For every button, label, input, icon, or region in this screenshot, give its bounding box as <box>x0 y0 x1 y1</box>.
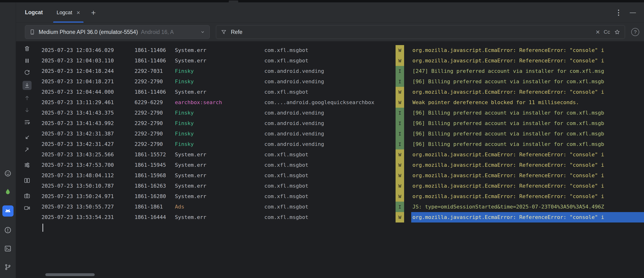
log-timestamp: 2025-07-23 13:41:43.375 <box>42 108 134 118</box>
logcat-window: Logcat Logcat × + ⋮ — Medium Phone API 3… <box>0 0 644 278</box>
log-row[interactable]: 2025-07-23 13:11:29.461 6229-6229 earchb… <box>38 97 644 108</box>
tab-logcat[interactable]: Logcat × <box>52 2 84 22</box>
log-pid-tid: 1861-16444 <box>134 212 175 222</box>
favorite-star-icon[interactable] <box>614 29 620 35</box>
log-timestamp: 2025-07-23 13:50:10.787 <box>42 181 134 191</box>
log-message: org.mozilla.javascript.EcmaError: Refere… <box>411 150 644 160</box>
import-icon[interactable] <box>22 134 32 142</box>
logcat-toolbar: Medium Phone API 36.0 (emulator-5554) An… <box>16 23 644 41</box>
log-timestamp: 2025-07-23 12:03:46.029 <box>42 45 134 56</box>
horizontal-scrollbar[interactable] <box>45 273 95 276</box>
log-row[interactable]: 2025-07-23 13:41:43.992 2292-2790 Finsky… <box>38 118 644 128</box>
log-pid-tid: 6229-6229 <box>134 97 175 108</box>
log-row[interactable]: 2025-07-23 12:04:44.000 1861-11406 Syste… <box>38 87 644 97</box>
log-row[interactable]: 2025-07-23 13:41:43.375 2292-2790 Finsky… <box>38 108 644 118</box>
log-row[interactable]: 2025-07-23 13:47:53.700 1861-15945 Syste… <box>38 160 644 170</box>
match-case-toggle[interactable]: Cc <box>604 29 610 35</box>
screenshot-icon[interactable] <box>22 192 32 200</box>
clear-filter-icon[interactable]: × <box>596 28 600 36</box>
log-timestamp: 2025-07-23 12:04:18.271 <box>42 76 134 87</box>
log-timestamp: 2025-07-23 12:04:18.244 <box>42 66 134 76</box>
logcat-android-icon[interactable] <box>2 206 14 216</box>
pause-logcat-icon[interactable] <box>22 57 32 65</box>
log-tag: Finsky <box>175 118 264 128</box>
log-row[interactable]: 2025-07-23 12:04:18.271 2292-2790 Finsky… <box>38 76 644 87</box>
logcat-tab-bar: Logcat Logcat × + ⋮ — <box>16 2 644 23</box>
firebase-droplet-icon[interactable] <box>3 187 13 197</box>
log-level-badge: I <box>396 128 404 139</box>
log-tag: System.err <box>175 181 264 191</box>
log-timestamp: 2025-07-23 13:42:31.387 <box>42 128 134 139</box>
terminal-icon[interactable] <box>3 244 13 254</box>
split-panel-icon[interactable] <box>22 176 32 184</box>
help-icon[interactable]: ? <box>631 28 639 36</box>
git-branch-icon[interactable] <box>3 262 13 272</box>
log-tag: System.err <box>175 160 264 170</box>
log-row[interactable]: 2025-07-23 13:42:31.387 2292-2790 Finsky… <box>38 128 644 139</box>
log-level-badge: W <box>396 170 404 181</box>
log-timestamp: 2025-07-23 12:04:03.110 <box>42 56 134 66</box>
log-tag: Finsky <box>175 76 264 87</box>
face-icon[interactable] <box>3 168 13 178</box>
log-message: [96] Billing preferred account via insta… <box>411 139 644 150</box>
log-row[interactable]: 2025-07-23 13:53:54.231 1861-16444 Syste… <box>38 212 644 222</box>
scroll-to-end-icon[interactable] <box>22 81 32 90</box>
log-message: org.mozilla.javascript.EcmaError: Refere… <box>411 87 644 97</box>
log-timestamp: 2025-07-23 13:41:43.992 <box>42 118 134 128</box>
screen-record-icon[interactable] <box>22 204 32 212</box>
log-row[interactable]: 2025-07-23 12:04:03.110 1861-11406 Syste… <box>38 56 644 66</box>
log-package: com.xfl.msgbot <box>264 56 396 66</box>
log-package: com....android.googlequicksearchbox <box>264 97 396 108</box>
log-level-badge: W <box>396 87 404 97</box>
soft-wrap-icon[interactable] <box>22 118 32 126</box>
log-pid-tid: 2292-2790 <box>134 118 175 128</box>
clear-logcat-icon[interactable] <box>22 44 32 53</box>
more-options-icon[interactable]: ⋮ <box>610 8 627 16</box>
log-row[interactable]: 2025-07-23 13:48:04.112 1861-15968 Syste… <box>38 170 644 181</box>
log-level-badge: W <box>396 97 404 108</box>
log-timestamp: 2025-07-23 13:47:53.700 <box>42 160 134 170</box>
log-timestamp: 2025-07-23 12:04:44.000 <box>42 87 134 97</box>
log-row[interactable]: 2025-07-23 13:50:55.727 1861-1861 Ads co… <box>38 202 644 212</box>
log-package: com.xfl.msgbot <box>264 191 396 202</box>
log-tag: System.err <box>175 212 264 222</box>
log-area[interactable]: 2025-07-23 12:03:46.029 1861-11406 Syste… <box>38 41 644 278</box>
log-list: 2025-07-23 12:03:46.029 1861-11406 Syste… <box>38 45 644 222</box>
log-row[interactable]: 2025-07-23 12:04:18.244 2292-7031 Finsky… <box>38 66 644 76</box>
log-row[interactable]: 2025-07-23 13:50:24.971 1861-16280 Syste… <box>38 191 644 202</box>
log-tag: System.err <box>175 170 264 181</box>
log-package: com.xfl.msgbot <box>264 150 396 160</box>
restart-logcat-icon[interactable] <box>22 69 32 77</box>
log-package: com.android.vending <box>264 108 396 118</box>
log-row[interactable]: 2025-07-23 13:43:25.566 1861-15572 Syste… <box>38 150 644 160</box>
log-timestamp: 2025-07-23 13:11:29.461 <box>42 97 134 108</box>
log-package: com.android.vending <box>264 139 396 150</box>
log-pid-tid: 2292-2790 <box>134 76 175 87</box>
log-tag: Finsky <box>175 108 264 118</box>
previous-occurrence-icon[interactable] <box>22 94 32 102</box>
log-tag: Ads <box>175 202 264 212</box>
logcat-settings-icon[interactable] <box>22 161 32 169</box>
log-tag: earchbox:search <box>175 97 264 108</box>
device-detail: Android 16, A <box>141 29 196 35</box>
log-row[interactable]: 2025-07-23 12:03:46.029 1861-11406 Syste… <box>38 45 644 56</box>
log-pid-tid: 1861-15945 <box>134 160 175 170</box>
log-row[interactable]: 2025-07-23 13:42:31.427 2292-2790 Finsky… <box>38 139 644 150</box>
device-selector[interactable]: Medium Phone API 36.0 (emulator-5554) An… <box>25 25 210 39</box>
close-icon[interactable]: × <box>76 10 80 16</box>
log-message: [247] Billing preferred account via inst… <box>411 66 644 76</box>
next-occurrence-icon[interactable] <box>22 106 32 114</box>
tool-window-stripe <box>0 2 16 278</box>
export-icon[interactable] <box>22 146 32 154</box>
log-tag: Finsky <box>175 66 264 76</box>
hide-tool-window-icon[interactable]: — <box>627 9 639 16</box>
filter-input[interactable] <box>231 29 592 35</box>
problems-exclamation-icon[interactable] <box>3 225 13 235</box>
add-tab-button[interactable]: + <box>89 8 98 16</box>
log-package: com.android.vending <box>264 66 396 76</box>
log-row[interactable]: 2025-07-23 13:50:10.787 1861-16263 Syste… <box>38 181 644 191</box>
log-level-badge: W <box>396 150 404 160</box>
log-package: com.xfl.msgbot <box>264 87 396 97</box>
log-tag: System.err <box>175 45 264 56</box>
log-level-badge: I <box>396 118 404 128</box>
